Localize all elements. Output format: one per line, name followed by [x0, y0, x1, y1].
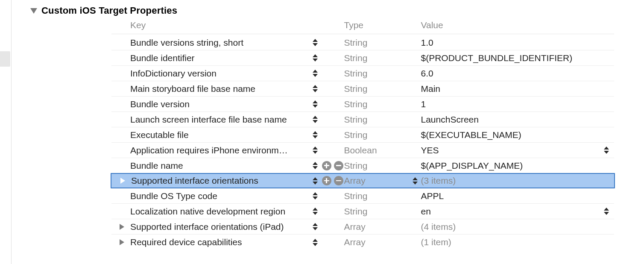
key-stepper-cell[interactable]	[310, 208, 320, 215]
type-cell-wrap[interactable]: String	[344, 84, 421, 94]
disclosure-cell[interactable]	[113, 239, 130, 245]
key-stepper-cell[interactable]	[310, 162, 320, 169]
key-cell[interactable]: Bundle OS Type code	[130, 191, 310, 201]
key-cell[interactable]: Bundle version	[130, 99, 310, 109]
column-header-key[interactable]: Key	[113, 20, 344, 30]
stepper-icon[interactable]	[313, 39, 318, 46]
table-row[interactable]: Localization native development regionSt…	[111, 204, 614, 219]
type-cell[interactable]: Array	[344, 237, 366, 247]
type-cell-wrap[interactable]: String	[344, 114, 421, 125]
stepper-icon[interactable]	[313, 162, 318, 169]
key-cell[interactable]: Bundle name	[130, 161, 310, 171]
key-stepper-cell[interactable]	[310, 85, 320, 92]
table-row[interactable]: Executable fileString$(EXECUTABLE_NAME)	[111, 127, 614, 143]
disclosure-triangle-right-icon[interactable]	[120, 224, 124, 230]
key-stepper-cell[interactable]	[310, 192, 320, 199]
key-stepper-cell[interactable]	[310, 116, 320, 123]
type-cell-wrap[interactable]: String	[344, 68, 421, 79]
key-stepper-cell[interactable]	[310, 131, 320, 138]
key-cell[interactable]: Executable file	[130, 130, 310, 140]
stepper-icon[interactable]	[313, 239, 318, 246]
table-row[interactable]: Main storyboard file base nameStringMain	[111, 81, 614, 97]
value-stepper-cell[interactable]	[600, 147, 612, 154]
type-cell-wrap[interactable]: String	[344, 206, 421, 217]
value-stepper-cell[interactable]	[600, 208, 612, 215]
key-cell[interactable]: Bundle identifier	[130, 53, 310, 63]
type-cell[interactable]: String	[344, 84, 368, 94]
table-row[interactable]: Required device capabilitiesArray(1 item…	[111, 235, 614, 250]
column-header-value[interactable]: Value	[421, 20, 601, 30]
value-cell[interactable]: 1.0	[421, 38, 601, 48]
stepper-icon[interactable]	[313, 131, 318, 138]
value-cell[interactable]: $(APP_DISPLAY_NAME)	[421, 161, 601, 171]
stepper-icon[interactable]	[313, 116, 318, 123]
type-cell[interactable]: Array	[344, 176, 366, 186]
type-cell-wrap[interactable]: Array	[344, 237, 421, 247]
stepper-icon[interactable]	[313, 54, 318, 62]
table-row[interactable]: Launch screen interface file base nameSt…	[111, 112, 614, 127]
type-cell-wrap[interactable]: Boolean	[344, 145, 421, 155]
column-header-type[interactable]: Type	[344, 20, 421, 30]
type-cell[interactable]: String	[344, 68, 368, 79]
type-cell-wrap[interactable]: String	[344, 191, 421, 201]
table-row[interactable]: Bundle nameString$(APP_DISPLAY_NAME)	[111, 158, 614, 173]
stepper-icon[interactable]	[604, 147, 609, 154]
disclosure-cell[interactable]	[113, 224, 130, 230]
type-cell-wrap[interactable]: String	[344, 53, 421, 63]
type-cell-wrap[interactable]: String	[344, 99, 421, 109]
table-row[interactable]: Supported interface orientationsArray(3 …	[111, 173, 615, 188]
type-cell-wrap[interactable]: String	[344, 38, 421, 48]
stepper-icon[interactable]	[313, 147, 318, 154]
key-stepper-cell[interactable]	[310, 177, 320, 185]
type-cell[interactable]: String	[344, 114, 368, 125]
type-cell-wrap[interactable]: String	[344, 130, 421, 140]
value-cell[interactable]: APPL	[421, 191, 601, 201]
stepper-icon[interactable]	[313, 177, 318, 185]
table-row[interactable]: Bundle OS Type codeStringAPPL	[111, 188, 614, 204]
key-cell[interactable]: Application requires iPhone environm…	[130, 145, 310, 155]
key-cell[interactable]: Supported interface orientations (iPad)	[130, 222, 310, 232]
value-cell[interactable]: 6.0	[421, 68, 601, 79]
stepper-icon[interactable]	[313, 192, 318, 199]
type-cell[interactable]: String	[344, 191, 368, 201]
type-cell-wrap[interactable]: String	[344, 161, 421, 171]
key-stepper-cell[interactable]	[310, 223, 320, 230]
value-cell[interactable]: $(PRODUCT_BUNDLE_IDENTIFIER)	[421, 53, 601, 63]
add-remove-cell[interactable]	[320, 176, 344, 185]
key-cell[interactable]: InfoDictionary version	[130, 68, 310, 79]
remove-button[interactable]	[334, 161, 343, 170]
type-cell[interactable]: Boolean	[344, 145, 377, 155]
key-stepper-cell[interactable]	[310, 70, 320, 77]
disclosure-triangle-right-icon[interactable]	[120, 239, 124, 245]
left-gutter-tab[interactable]	[0, 51, 10, 67]
remove-button[interactable]	[334, 176, 343, 185]
key-cell[interactable]: Launch screen interface file base name	[130, 114, 310, 125]
value-cell[interactable]: en	[421, 206, 601, 217]
key-cell[interactable]: Supported interface orientations	[131, 176, 310, 186]
table-row[interactable]: Bundle versionString1	[111, 97, 614, 112]
value-cell[interactable]: 1	[421, 99, 601, 109]
stepper-icon[interactable]	[313, 223, 318, 230]
key-stepper-cell[interactable]	[310, 100, 320, 108]
type-cell[interactable]: Array	[344, 222, 366, 232]
stepper-icon[interactable]	[313, 208, 318, 215]
add-button[interactable]	[322, 176, 331, 185]
key-cell[interactable]: Bundle versions string, short	[130, 38, 310, 48]
value-cell[interactable]: Main	[421, 84, 601, 94]
key-stepper-cell[interactable]	[310, 239, 320, 246]
key-stepper-cell[interactable]	[310, 54, 320, 62]
value-cell[interactable]: (4 items)	[421, 222, 601, 232]
value-cell[interactable]: $(EXECUTABLE_NAME)	[421, 130, 601, 140]
type-cell-wrap[interactable]: Array	[344, 176, 421, 186]
add-button[interactable]	[322, 161, 331, 170]
table-row[interactable]: InfoDictionary versionString6.0	[111, 66, 614, 81]
type-cell[interactable]: String	[344, 38, 368, 48]
stepper-icon[interactable]	[313, 100, 318, 108]
disclosure-cell[interactable]	[114, 178, 131, 184]
type-cell[interactable]: String	[344, 99, 368, 109]
key-cell[interactable]: Required device capabilities	[130, 237, 310, 247]
value-cell[interactable]: LaunchScreen	[421, 114, 601, 125]
table-row[interactable]: Bundle versions string, shortString1.0	[111, 35, 614, 50]
key-cell[interactable]: Localization native development region	[130, 206, 310, 217]
type-cell-wrap[interactable]: Array	[344, 222, 421, 232]
